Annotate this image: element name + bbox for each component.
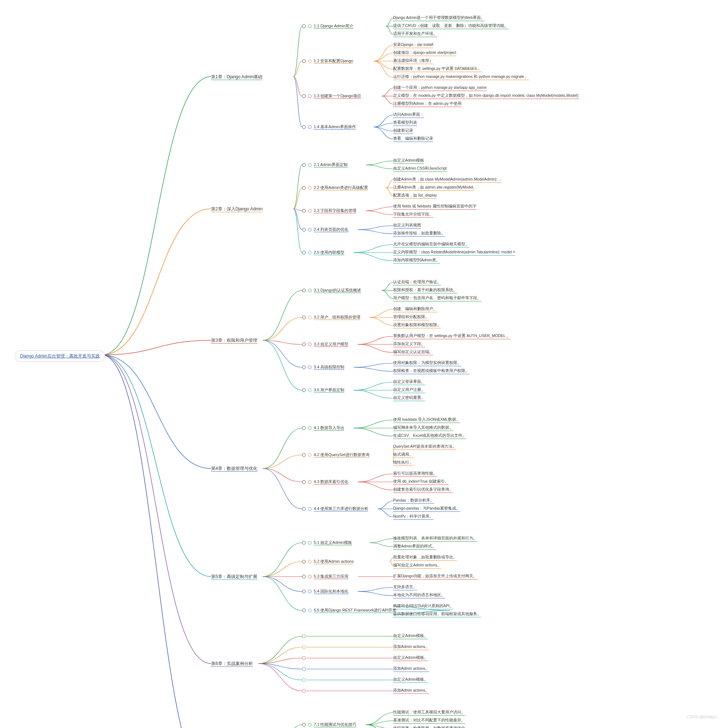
leaf-node: 查看、编辑和删除记录 bbox=[393, 136, 433, 142]
leaf-node: 创建项目：django-admin startproject bbox=[393, 50, 456, 56]
chapter-node[interactable]: 第4章：数据管理与优化 bbox=[211, 466, 257, 472]
section-node[interactable]: 2.3 字段和字段集的管理 bbox=[302, 208, 356, 213]
leaf-node: 配置数据库：在 settings.py 中设置 DATABASES 。 bbox=[393, 66, 482, 72]
connector-svg bbox=[0, 0, 728, 728]
chapter-node[interactable]: 第6章：实战案例分析 bbox=[211, 661, 253, 667]
leaf-node: 编写自定义认证后端。 bbox=[393, 349, 433, 355]
section-node[interactable]: 1.1 Django Admin简介 bbox=[302, 23, 353, 29]
section-node[interactable]: 2.5 使用内联模型 bbox=[302, 250, 344, 255]
leaf-node: 定义模型：在 models.py 中定义数据模型，如 from django.d… bbox=[393, 93, 579, 99]
leaf-node: NumPy：科学计算库。 bbox=[393, 514, 434, 520]
section-node[interactable]: 5.3 集成第三方应用 bbox=[302, 574, 348, 579]
leaf-node: 修改模型列表、表单和详细页面的外观和行为。 bbox=[393, 536, 477, 541]
chapter-node[interactable]: 第5章：高级定制与扩展 bbox=[211, 574, 257, 580]
leaf-node: 注册Admin类，如 admin.site.register(MyModel, bbox=[393, 185, 474, 191]
section-node[interactable]: 5.2 使用Admin actions bbox=[302, 559, 353, 564]
chapter-node[interactable]: 第3章：权限和用户管理 bbox=[211, 337, 257, 344]
section-node[interactable]: 2.1 Admin界面定制 bbox=[302, 162, 348, 167]
leaf-node: 链式调用。 bbox=[393, 452, 413, 458]
leaf-node: 扩展Django功能，如添加文件上传或支付网关。 bbox=[393, 574, 477, 580]
leaf-node: 配置选项，如 list_display bbox=[393, 193, 437, 199]
leaf-node: 使用 db_index=True 创建索引。 bbox=[393, 479, 449, 485]
section-node[interactable]: 5.5 使用Django REST Framework进行API开发 bbox=[302, 607, 396, 613]
section-node[interactable]: 3.3 自定义用户模型 bbox=[302, 341, 348, 347]
leaf-node: 字段集允许分组字段。 bbox=[393, 212, 433, 218]
section-node[interactable]: 7.1 性能测试与优化技巧 bbox=[302, 722, 356, 727]
leaf-node: 添加自定义字段。 bbox=[393, 341, 425, 347]
leaf-node: 允许在父模型的编辑页面中编辑相关模型。 bbox=[393, 242, 469, 248]
section-node[interactable]: 2.2 使用Admin类进行高级配置 bbox=[302, 185, 368, 190]
chapter-node[interactable]: 第1章：Django Admin基础 bbox=[211, 74, 262, 80]
leaf-node: 注册模型到Admin：在 admin.py 中使用 bbox=[393, 101, 462, 107]
leaf-node: Django Admin是一个用于管理数据模型的Web界面。 bbox=[393, 15, 485, 21]
leaf-node: 设置对象权限和模型权限。 bbox=[393, 323, 441, 328]
section-node[interactable]: 5.1 自定义Admin模板 bbox=[302, 540, 352, 545]
section-node-empty bbox=[302, 667, 306, 671]
leaf-node: 用户模型：包含用户名、密码和电子邮件等字段。 bbox=[393, 295, 481, 301]
leaf-node: 创建复合索引以优化多字段查询。 bbox=[393, 487, 453, 493]
leaf-node: 自定义Admin模板。 bbox=[393, 655, 428, 661]
section-node-empty bbox=[302, 656, 306, 660]
leaf-node: 调整Admin界面的样式。 bbox=[393, 544, 436, 550]
leaf-node: 代码审查：检查瓶颈，如数据库查询优化。 bbox=[393, 726, 469, 728]
leaf-node: 权限和授权：基于对象的权限系统。 bbox=[393, 288, 457, 294]
section-node[interactable]: 3.1 Django的认证系统概述 bbox=[302, 288, 361, 293]
leaf-node: 自定义Admin模板。 bbox=[393, 677, 428, 683]
leaf-node: 性能测试：使用工具模拟大量用户访问。 bbox=[393, 710, 465, 716]
leaf-node: 基准测试：对比不同配置下的性能差异。 bbox=[393, 718, 465, 723]
leaf-node: 管理组和分配权限。 bbox=[393, 315, 429, 320]
leaf-node: 支持多语言。 bbox=[393, 584, 417, 590]
leaf-node: 提供了CRUD（创建、读取、更新、删除）功能和高级管理功能。 bbox=[393, 23, 508, 29]
leaf-node: 创建、编辑和删除用户。 bbox=[393, 306, 437, 312]
section-node[interactable]: 1.2 安装和配置Django bbox=[302, 58, 353, 64]
section-node[interactable]: 4.2 使用QuerySet进行数据查询 bbox=[302, 452, 369, 457]
section-node[interactable]: 4.3 数据库索引优化 bbox=[302, 479, 348, 485]
leaf-node: Django-pandas：与Pandas紧密集成。 bbox=[393, 506, 460, 512]
leaf-node: 认证后端：处理用户验证。 bbox=[393, 280, 441, 285]
leaf-node: 提供数据接口给移动应用、前端框架或其他服务。 bbox=[393, 612, 481, 617]
section-node[interactable]: 3.4 高级权限控制 bbox=[302, 364, 344, 370]
watermark: CSDN @tzcklgru bbox=[687, 714, 717, 719]
leaf-node: 添加操作按钮，如批量删除。 bbox=[393, 231, 445, 237]
leaf-node: 权限检查：在视图或模板中检查用户权限。 bbox=[393, 369, 469, 374]
leaf-node: 自定义登录界面。 bbox=[393, 379, 425, 385]
leaf-node: 自定义Admin模板 bbox=[393, 158, 424, 164]
leaf-node: Pandas：数据分析库。 bbox=[393, 498, 434, 504]
leaf-node: 访问Admin界面： bbox=[393, 112, 424, 118]
chapter-node[interactable]: 第2章：深入Django Admin bbox=[211, 206, 262, 212]
leaf-node: 添加Admin actions。 bbox=[393, 688, 429, 694]
section-node[interactable]: 4.4 使用第三方库进行数据分析 bbox=[302, 506, 369, 511]
section-node[interactable]: 2.4 列表页面的优化 bbox=[302, 227, 348, 232]
leaf-node: 适用于开发和生产环境。 bbox=[393, 31, 437, 37]
section-node-empty bbox=[302, 635, 306, 638]
section-node-empty bbox=[302, 678, 306, 682]
section-node[interactable]: 3.2 用户、组和权限的管理 bbox=[302, 315, 360, 320]
leaf-node: 创建Admin类，如 class MyModelAdmin(admin.Mode… bbox=[393, 177, 502, 183]
section-node-empty bbox=[302, 645, 306, 649]
root-node[interactable]: Django Admin后台管理：高效开发与实践 bbox=[15, 350, 105, 362]
leaf-node: 使用 loaddata 导入JSON或XML数据。 bbox=[393, 417, 460, 423]
leaf-node: 自定义Admin CSS和JavaScript bbox=[393, 166, 447, 172]
leaf-node: 添加内联模型到Admin类。 bbox=[393, 258, 440, 263]
section-node-empty bbox=[302, 689, 306, 693]
leaf-node: 自定义用户注册。 bbox=[393, 387, 425, 393]
leaf-node: 自定义Admin模板。 bbox=[393, 633, 428, 639]
leaf-node: QuerySet API提供丰富的查询方法。 bbox=[393, 444, 456, 450]
leaf-node: 替换默认用户模型：在 settings.py 中设置 AUTH_USER_MOD… bbox=[393, 333, 510, 339]
section-node[interactable]: 1.4 基本Admin界面操作 bbox=[302, 124, 356, 130]
leaf-node: 添加Admin actions。 bbox=[393, 644, 429, 650]
leaf-node: 添加Admin actions。 bbox=[393, 666, 429, 672]
leaf-node: 编写自定义Admin actions。 bbox=[393, 563, 441, 569]
leaf-node: 惰性执行。 bbox=[393, 460, 413, 466]
leaf-node: 查看模型列表 bbox=[393, 120, 417, 126]
leaf-node: 使用 fields 或 fieldsets 属性控制编辑页面中的字 bbox=[393, 204, 476, 210]
section-node[interactable]: 3.5 用户界面定制 bbox=[302, 387, 344, 393]
leaf-node: 创建新记录 bbox=[393, 128, 413, 134]
leaf-node: 定义内联模型：class RelatedModelInline(admin.Ta… bbox=[393, 250, 515, 255]
leaf-node: 创建一个应用：python manage.py startapp app_nam… bbox=[393, 85, 487, 91]
section-node[interactable]: 4.1 数据导入导出 bbox=[302, 425, 344, 431]
leaf-node: 编写脚本来导入其他格式的数据。 bbox=[393, 425, 453, 431]
section-node[interactable]: 1.3 创建第一个Django项目 bbox=[302, 93, 361, 99]
section-node[interactable]: 5.4 国际化和本地化 bbox=[302, 589, 348, 594]
leaf-node: 生成CSV、Excel或其他格式的导出文件。 bbox=[393, 433, 466, 439]
